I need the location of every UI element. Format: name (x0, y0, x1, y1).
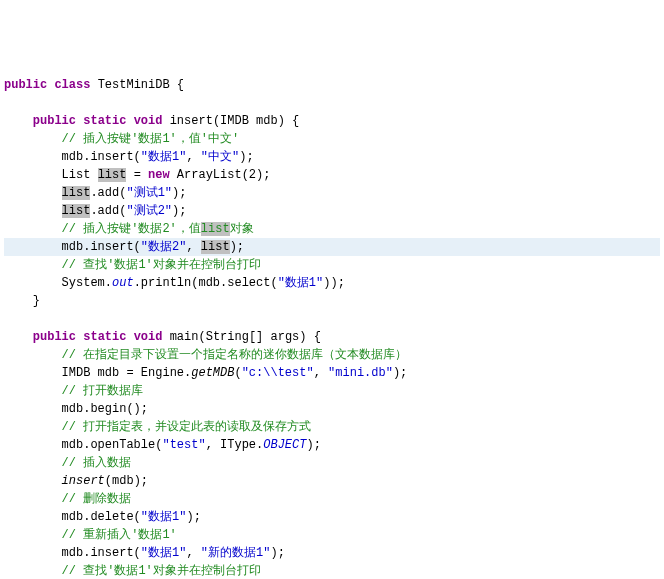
string: "数据1" (141, 150, 187, 164)
comment: // 在指定目录下设置一个指定名称的迷你数据库（文本数据库） (62, 348, 408, 362)
method-signature: insert(IMDB mdb) { (170, 114, 300, 128)
line: List list = new ArrayList(2); (62, 168, 271, 182)
string: "数据1" (141, 510, 187, 524)
code: .add( (90, 204, 126, 218)
code: mdb.delete( (62, 510, 141, 524)
static-method: getMDB (191, 366, 234, 380)
var-highlight: list (62, 186, 91, 200)
string: "新的数据1" (201, 546, 271, 560)
code-view: public class TestMiniDB { public static … (4, 76, 660, 579)
code: = (126, 168, 148, 182)
code: ); (393, 366, 407, 380)
line: public static void main(String[] args) { (33, 330, 321, 344)
code: , (314, 366, 328, 380)
code: , (186, 546, 200, 560)
string: "test" (162, 438, 205, 452)
string: "c:\\test" (242, 366, 314, 380)
comment: // 打开数据库 (62, 384, 144, 398)
line: mdb.insert("数据1", "新的数据1"); (62, 546, 285, 560)
code: ); (306, 438, 320, 452)
string: "中文" (201, 150, 239, 164)
code: System. (62, 276, 112, 290)
code: ); (239, 150, 253, 164)
keyword-public: public (33, 330, 76, 344)
keyword-class: class (54, 78, 90, 92)
string: "数据1" (141, 546, 187, 560)
keyword-void: void (134, 114, 163, 128)
keyword-public: public (33, 114, 76, 128)
comment: // 查找'数据1'对象并在控制台打印 (62, 258, 261, 272)
keyword-public: public (4, 78, 47, 92)
comment: // 查找'数据1'对象并在控制台打印 (62, 564, 261, 578)
comment: // 插入数据 (62, 456, 132, 470)
line: mdb.insert("数据1", "中文"); (62, 150, 254, 164)
line: mdb.openTable("test", IType.OBJECT); (62, 438, 321, 452)
code: ); (172, 204, 186, 218)
code: )); (323, 276, 345, 290)
code: ); (270, 546, 284, 560)
code: mdb.insert( (62, 150, 141, 164)
comment: // 删除数据 (62, 492, 132, 506)
keyword-new: new (148, 168, 170, 182)
string: "数据1" (278, 276, 324, 290)
comment-text: 对象 (230, 222, 254, 236)
line: public static void insert(IMDB mdb) { (33, 114, 299, 128)
code: .println(mdb.select( (134, 276, 278, 290)
comment: // 重新插入'数据1' (62, 528, 177, 542)
comment: // 插入按键'数据2'，值list对象 (62, 222, 254, 236)
code: .add( (90, 186, 126, 200)
code: , (186, 150, 200, 164)
keyword-static: static (83, 114, 126, 128)
type: List (62, 168, 98, 182)
code: mdb.insert( (62, 240, 141, 254)
current-line: mdb.insert("数据2", list); (4, 238, 660, 256)
string: "测试1" (126, 186, 172, 200)
code: ); (186, 510, 200, 524)
code: (mdb); (105, 474, 148, 488)
code: IMDB mdb = Engine. (62, 366, 192, 380)
line: IMDB mdb = Engine.getMDB("c:\\test", "mi… (62, 366, 408, 380)
code: ); (172, 186, 186, 200)
var-highlight: list (62, 204, 91, 218)
string: "mini.db" (328, 366, 393, 380)
var-highlight: list (201, 240, 230, 254)
line: insert(mdb); (62, 474, 148, 488)
comment: // 插入按键'数据1'，值'中文' (62, 132, 240, 146)
code: ( (234, 366, 241, 380)
var-highlight: list (201, 222, 230, 236)
line: list.add("测试1"); (62, 186, 187, 200)
static-field: out (112, 276, 134, 290)
code: mdb.insert( (62, 546, 141, 560)
line: list.add("测试2"); (62, 204, 187, 218)
method-call: insert (62, 474, 105, 488)
string: "数据2" (141, 240, 187, 254)
code: , (186, 240, 200, 254)
var-highlight: list (98, 168, 127, 182)
static-const: OBJECT (263, 438, 306, 452)
code: ArrayList(2); (170, 168, 271, 182)
comment: // 打开指定表，并设定此表的读取及保存方式 (62, 420, 312, 434)
line: public class TestMiniDB { (4, 78, 184, 92)
line: mdb.delete("数据1"); (62, 510, 201, 524)
code: mdb.openTable( (62, 438, 163, 452)
comment-text: // 插入按键'数据2'，值 (62, 222, 201, 236)
string: "测试2" (126, 204, 172, 218)
code: , IType. (206, 438, 264, 452)
line: System.out.println(mdb.select("数据1")); (62, 276, 345, 290)
keyword-static: static (83, 330, 126, 344)
line: mdb.begin(); (62, 402, 148, 416)
keyword-void: void (134, 330, 163, 344)
code: ); (230, 240, 244, 254)
method-signature: main(String[] args) { (170, 330, 321, 344)
class-name: TestMiniDB (98, 78, 170, 92)
